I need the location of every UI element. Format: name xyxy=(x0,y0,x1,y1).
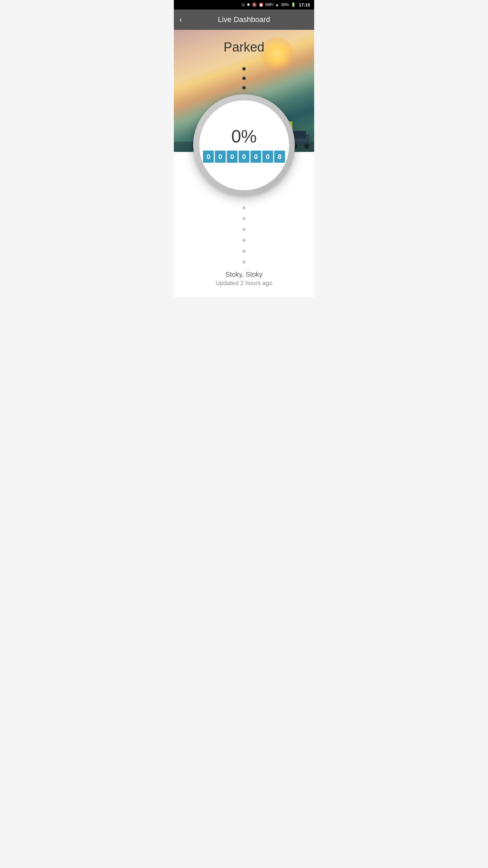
bottom-dots xyxy=(242,203,246,267)
silent-icon: 🔇 xyxy=(252,2,257,7)
main-content: 0% 0 0 0 0 0 0 8 Stoky, Stoky Updated 2 … xyxy=(174,152,314,297)
gauge-outer-ring: 0% 0 0 0 0 0 0 8 xyxy=(193,94,295,196)
status-icons: ⊙ ✱ 🔇 ⏰ WiFi ▲ 38% 🔋 17:15 xyxy=(242,2,310,7)
odometer-display: 0 0 0 0 0 0 8 xyxy=(203,151,285,163)
odometer-digit-3: 0 xyxy=(227,151,238,163)
bottom-dot-3 xyxy=(242,228,246,231)
signal-icon: ▲ xyxy=(275,2,279,7)
odometer-digit-4: 0 xyxy=(239,151,249,163)
alarm-icon: ⏰ xyxy=(259,2,264,7)
bottom-dot-4 xyxy=(242,239,246,242)
odometer-digit-1: 0 xyxy=(203,151,214,163)
bottom-dot-5 xyxy=(242,250,246,253)
bluetooth-icon: ✱ xyxy=(247,2,250,7)
page-title: Live Dashboard xyxy=(218,15,270,24)
battery-level: 38% xyxy=(281,2,289,7)
gauge-inner-circle: 0% 0 0 0 0 0 0 8 xyxy=(199,100,289,190)
dot-1 xyxy=(242,67,246,71)
back-button[interactable]: ‹ xyxy=(179,14,185,25)
location-section: Stoky, Stoky Updated 2 hours ago xyxy=(209,271,279,287)
gauge-container: 0% 0 0 0 0 0 0 8 xyxy=(193,94,295,196)
odometer-digit-7: 8 xyxy=(274,151,285,163)
odometer-digit-5: 0 xyxy=(250,151,261,163)
status-time: 17:15 xyxy=(299,2,310,7)
location-icon: ⊙ xyxy=(242,2,245,7)
odometer-digit-6: 0 xyxy=(262,151,273,163)
app-header: ‹ Live Dashboard xyxy=(174,9,314,30)
battery-icon: 🔋 xyxy=(291,2,296,7)
odometer-digit-2: 0 xyxy=(215,151,226,163)
dot-2 xyxy=(242,77,246,80)
gauge-percent: 0% xyxy=(231,127,257,145)
status-bar: ⊙ ✱ 🔇 ⏰ WiFi ▲ 38% 🔋 17:15 xyxy=(174,0,314,9)
updated-text: Updated 2 hours ago xyxy=(216,280,272,287)
dot-3 xyxy=(242,86,246,90)
bottom-dot-1 xyxy=(242,206,246,210)
status-label: Parked xyxy=(224,40,264,55)
location-name: Stoky, Stoky xyxy=(216,271,272,278)
bottom-dot-6 xyxy=(242,260,246,264)
wifi-icon: WiFi xyxy=(265,2,273,7)
bottom-dot-2 xyxy=(242,217,246,220)
